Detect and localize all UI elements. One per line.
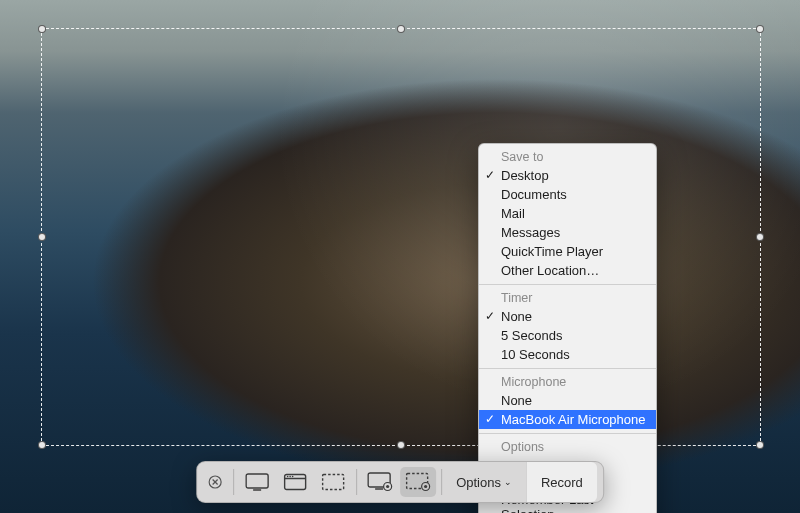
svg-point-9 — [292, 476, 294, 478]
menu-item-label: 10 Seconds — [501, 347, 570, 362]
menu-item-messages[interactable]: Messages — [479, 223, 656, 242]
menu-item-desktop[interactable]: ✓Desktop — [479, 166, 656, 185]
menu-item-label: Mail — [501, 206, 525, 221]
menu-header-timer: Timer — [479, 289, 656, 307]
handle-middle-right[interactable] — [756, 233, 764, 241]
menu-item-mail[interactable]: Mail — [479, 204, 656, 223]
screenshot-toolbar: Options ⌄ Record — [196, 461, 604, 503]
menu-item-quicktime[interactable]: QuickTime Player — [479, 242, 656, 261]
record-selection-icon — [405, 472, 431, 492]
options-label: Options — [456, 475, 501, 490]
menu-item-other-location[interactable]: Other Location… — [479, 261, 656, 280]
record-selection-button[interactable] — [400, 467, 436, 497]
check-icon: ✓ — [485, 412, 495, 426]
toolbar-divider — [441, 469, 442, 495]
capture-selection-button[interactable] — [315, 467, 351, 497]
svg-point-17 — [424, 485, 427, 488]
capture-window-button[interactable] — [277, 467, 313, 497]
handle-bottom-right[interactable] — [756, 441, 764, 449]
menu-header-microphone: Microphone — [479, 373, 656, 391]
menu-item-mic-none[interactable]: None — [479, 391, 656, 410]
menu-item-timer-none[interactable]: ✓None — [479, 307, 656, 326]
menu-item-label: Other Location… — [501, 263, 599, 278]
options-menu: Save to ✓Desktop Documents Mail Messages… — [478, 143, 657, 513]
menu-item-label: Documents — [501, 187, 567, 202]
options-button[interactable]: Options ⌄ — [446, 467, 522, 497]
handle-bottom-middle[interactable] — [397, 441, 405, 449]
check-icon: ✓ — [485, 309, 495, 323]
menu-separator — [479, 433, 656, 434]
toolbar-divider — [356, 469, 357, 495]
selection-icon — [321, 473, 345, 491]
menu-item-label: None — [501, 393, 532, 408]
menu-item-timer-10s[interactable]: 10 Seconds — [479, 345, 656, 364]
toolbar-divider — [233, 469, 234, 495]
menu-item-timer-5s[interactable]: 5 Seconds — [479, 326, 656, 345]
menu-item-mic-macbook-air[interactable]: ✓MacBook Air Microphone — [479, 410, 656, 429]
handle-top-left[interactable] — [38, 25, 46, 33]
menu-item-label: QuickTime Player — [501, 244, 603, 259]
record-button[interactable]: Record — [526, 462, 597, 502]
capture-entire-screen-button[interactable] — [239, 467, 275, 497]
svg-rect-3 — [246, 474, 268, 488]
menu-header-save-to: Save to — [479, 148, 656, 166]
menu-separator — [479, 368, 656, 369]
menu-item-label: 5 Seconds — [501, 328, 562, 343]
handle-top-right[interactable] — [756, 25, 764, 33]
menu-item-documents[interactable]: Documents — [479, 185, 656, 204]
close-button[interactable] — [202, 467, 228, 497]
svg-point-8 — [289, 476, 291, 478]
record-entire-screen-button[interactable] — [362, 467, 398, 497]
svg-point-14 — [386, 485, 389, 488]
window-icon — [283, 473, 307, 491]
desktop-wallpaper: Save to ✓Desktop Documents Mail Messages… — [0, 0, 800, 513]
close-icon — [208, 475, 222, 489]
menu-separator — [479, 284, 656, 285]
check-icon: ✓ — [485, 168, 495, 182]
svg-point-7 — [287, 476, 289, 478]
handle-middle-left[interactable] — [38, 233, 46, 241]
svg-rect-10 — [323, 475, 344, 490]
record-label: Record — [541, 475, 583, 490]
menu-header-options: Options — [479, 438, 656, 456]
chevron-down-icon: ⌄ — [504, 477, 512, 487]
menu-item-label: Messages — [501, 225, 560, 240]
record-screen-icon — [367, 472, 393, 492]
handle-top-middle[interactable] — [397, 25, 405, 33]
menu-item-label: Desktop — [501, 168, 549, 183]
handle-bottom-left[interactable] — [38, 441, 46, 449]
menu-item-label: MacBook Air Microphone — [501, 412, 646, 427]
menu-item-label: None — [501, 309, 532, 324]
screen-icon — [245, 473, 269, 491]
